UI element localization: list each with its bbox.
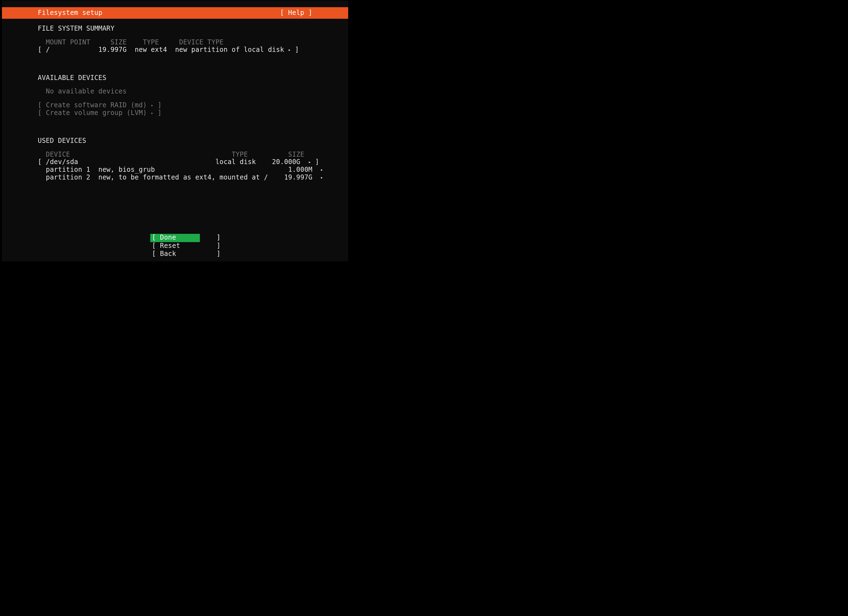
help-button[interactable]: [ Help ]: [280, 9, 312, 17]
used-partition-1[interactable]: partition 1 new, bios_grub 1.000M ▸: [38, 166, 312, 174]
create-raid-button[interactable]: [ Create software RAID (md) ▸ ]: [38, 101, 312, 109]
header-bar: Filesystem setup [ Help ]: [2, 7, 348, 19]
chevron-right-icon: ▸: [151, 111, 154, 116]
chevron-right-icon: ▸: [288, 47, 291, 52]
footer-buttons: [ Done ] [ Reset ] [ Back ]: [2, 234, 348, 258]
chevron-right-icon: ▸: [321, 168, 323, 172]
used-columns: DEVICE TYPE SIZE: [38, 151, 312, 159]
done-button[interactable]: [ Done ]: [150, 234, 200, 242]
back-button[interactable]: [ Back ]: [150, 250, 200, 258]
chevron-right-icon: ▸: [151, 103, 154, 108]
summary-columns: MOUNT POINT SIZE TYPE DEVICE TYPE: [38, 39, 312, 46]
used-partition-2[interactable]: partition 2 new, to be formatted as ext4…: [38, 174, 312, 181]
summary-heading: FILE SYSTEM SUMMARY: [38, 25, 312, 33]
page-title: Filesystem setup: [38, 9, 102, 17]
available-heading: AVAILABLE DEVICES: [38, 74, 312, 82]
chevron-right-icon: ▸: [321, 175, 323, 180]
used-disk-sda[interactable]: [ /dev/sda local disk 20.000G ▸ ]: [38, 158, 312, 166]
used-heading: USED DEVICES: [38, 137, 312, 145]
create-lvm-button[interactable]: [ Create volume group (LVM) ▸ ]: [38, 109, 312, 117]
summary-row-root[interactable]: [ / 19.997G new ext4 new partition of lo…: [38, 46, 312, 54]
chevron-right-icon: ▸: [308, 160, 311, 165]
no-available-devices: No available devices: [38, 88, 312, 95]
content: FILE SYSTEM SUMMARY MOUNT POINT SIZE TYP…: [2, 19, 348, 181]
reset-button[interactable]: [ Reset ]: [150, 242, 200, 250]
